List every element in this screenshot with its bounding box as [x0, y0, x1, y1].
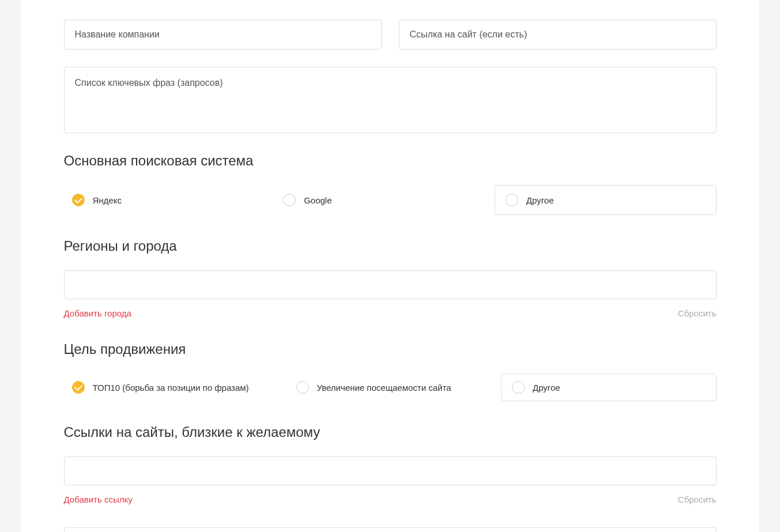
radio-unchecked-icon: [283, 194, 296, 206]
reset-cities-link[interactable]: Сбросить: [678, 308, 717, 318]
add-cities-link[interactable]: Добавить города: [64, 308, 131, 318]
similar-sites-input[interactable]: [64, 456, 717, 485]
search-engine-options: Яндекс Google Другое: [64, 185, 717, 215]
radio-traffic[interactable]: Увеличение посещаемости сайта: [296, 381, 489, 394]
reset-link-link[interactable]: Сбросить: [678, 495, 717, 504]
similar-sites-title: Ссылки на сайты, близкие к желаемому: [64, 424, 717, 440]
goal-options: ТОП10 (борьба за позиции по фразам) Увел…: [64, 373, 717, 401]
radio-other-search[interactable]: Другое: [495, 185, 717, 215]
search-engine-title: Основная поисковая система: [64, 153, 717, 169]
radio-other-goal[interactable]: Другое: [501, 373, 716, 401]
keywords-textarea[interactable]: [64, 67, 717, 133]
goal-title: Цель продвижения: [64, 341, 717, 357]
audience-textarea[interactable]: [64, 527, 717, 532]
radio-yandex-label: Яндекс: [93, 195, 122, 205]
radio-checked-icon: [72, 381, 85, 394]
radio-google[interactable]: Google: [283, 194, 483, 206]
similar-sites-actions: Добавить ссылку Сбросить: [64, 495, 717, 504]
radio-google-label: Google: [304, 195, 331, 205]
radio-checked-icon: [72, 194, 85, 206]
company-row: [64, 20, 717, 50]
form-page: Основная поисковая система Яндекс Google…: [21, 0, 759, 532]
radio-traffic-label: Увеличение посещаемости сайта: [317, 383, 451, 393]
radio-top10[interactable]: ТОП10 (борьба за позиции по фразам): [64, 381, 285, 394]
radio-other-goal-label: Другое: [533, 383, 560, 393]
radio-unchecked-icon: [512, 381, 525, 394]
company-input[interactable]: [64, 20, 382, 50]
radio-yandex[interactable]: Яндекс: [64, 194, 272, 206]
radio-top10-label: ТОП10 (борьба за позиции по фразам): [93, 383, 249, 393]
website-input[interactable]: [399, 20, 717, 50]
add-link-link[interactable]: Добавить ссылку: [64, 495, 133, 504]
regions-title: Регионы и города: [64, 238, 717, 254]
radio-unchecked-icon: [506, 194, 518, 206]
radio-other-search-label: Другое: [526, 195, 554, 205]
radio-unchecked-icon: [296, 381, 309, 394]
regions-actions: Добавить города Сбросить: [64, 308, 717, 318]
regions-input[interactable]: [64, 270, 717, 299]
